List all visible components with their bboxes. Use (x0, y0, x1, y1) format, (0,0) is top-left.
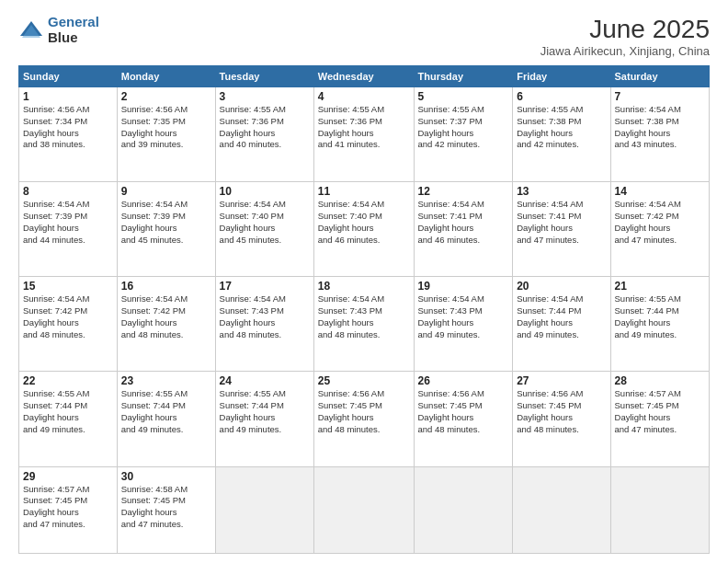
calendar-day-cell (610, 466, 709, 554)
day-info: Sunrise: 4:54 AM Sunset: 7:38 PM Dayligh… (615, 104, 705, 151)
day-number: 8 (23, 185, 113, 198)
calendar-week-row: 1 Sunrise: 4:56 AM Sunset: 7:34 PM Dayli… (19, 87, 710, 182)
calendar-day-cell: 9 Sunrise: 4:54 AM Sunset: 7:39 PM Dayli… (117, 182, 215, 277)
day-number: 10 (220, 185, 310, 198)
calendar-day-cell (513, 466, 610, 554)
calendar-day-cell: 27 Sunrise: 4:56 AM Sunset: 7:45 PM Dayl… (513, 372, 610, 466)
calendar-day-cell: 23 Sunrise: 4:55 AM Sunset: 7:44 PM Dayl… (117, 372, 215, 466)
day-number: 14 (615, 185, 705, 198)
location-subtitle: Jiawa Airikecun, Xinjiang, China (540, 44, 710, 58)
day-info: Sunrise: 4:56 AM Sunset: 7:35 PM Dayligh… (121, 104, 211, 151)
day-number: 28 (615, 374, 705, 387)
calendar-day-cell: 16 Sunrise: 4:54 AM Sunset: 7:42 PM Dayl… (117, 277, 215, 372)
day-info: Sunrise: 4:54 AM Sunset: 7:41 PM Dayligh… (418, 199, 509, 246)
calendar-day-cell: 18 Sunrise: 4:54 AM Sunset: 7:43 PM Dayl… (313, 277, 414, 372)
day-info: Sunrise: 4:54 AM Sunset: 7:39 PM Dayligh… (23, 199, 113, 246)
day-info: Sunrise: 4:55 AM Sunset: 7:44 PM Dayligh… (23, 388, 113, 435)
day-number: 11 (318, 185, 410, 198)
calendar-day-cell: 25 Sunrise: 4:56 AM Sunset: 7:45 PM Dayl… (313, 372, 414, 466)
calendar-day-cell: 24 Sunrise: 4:55 AM Sunset: 7:44 PM Dayl… (215, 372, 313, 466)
calendar-day-cell (313, 466, 414, 554)
calendar-table: SundayMondayTuesdayWednesdayThursdayFrid… (18, 65, 710, 554)
calendar-day-cell: 30 Sunrise: 4:58 AM Sunset: 7:45 PM Dayl… (117, 466, 215, 554)
calendar-day-cell: 11 Sunrise: 4:54 AM Sunset: 7:40 PM Dayl… (313, 182, 414, 277)
day-info: Sunrise: 4:54 AM Sunset: 7:43 PM Dayligh… (220, 293, 310, 340)
calendar-day-cell: 13 Sunrise: 4:54 AM Sunset: 7:41 PM Dayl… (513, 182, 610, 277)
calendar-week-row: 29 Sunrise: 4:57 AM Sunset: 7:45 PM Dayl… (19, 466, 710, 554)
calendar-day-cell: 10 Sunrise: 4:54 AM Sunset: 7:40 PM Dayl… (215, 182, 313, 277)
day-info: Sunrise: 4:57 AM Sunset: 7:45 PM Dayligh… (23, 484, 113, 531)
calendar-week-row: 8 Sunrise: 4:54 AM Sunset: 7:39 PM Dayli… (19, 182, 710, 277)
day-info: Sunrise: 4:54 AM Sunset: 7:41 PM Dayligh… (517, 199, 606, 246)
calendar-day-cell: 28 Sunrise: 4:57 AM Sunset: 7:45 PM Dayl… (610, 372, 709, 466)
day-number: 25 (318, 374, 410, 387)
calendar-week-row: 15 Sunrise: 4:54 AM Sunset: 7:42 PM Dayl… (19, 277, 710, 372)
calendar-day-cell: 3 Sunrise: 4:55 AM Sunset: 7:36 PM Dayli… (215, 87, 313, 182)
logo-text: General Blue (48, 15, 99, 45)
day-info: Sunrise: 4:55 AM Sunset: 7:44 PM Dayligh… (220, 388, 310, 435)
day-number: 17 (220, 280, 310, 293)
page: General Blue June 2025 Jiawa Airikecun, … (0, 0, 728, 563)
weekday-header: Sunday (19, 66, 118, 87)
logo: General Blue (18, 15, 99, 45)
weekday-header: Monday (117, 66, 215, 87)
day-info: Sunrise: 4:54 AM Sunset: 7:42 PM Dayligh… (121, 293, 211, 340)
day-number: 7 (615, 90, 705, 103)
day-info: Sunrise: 4:55 AM Sunset: 7:37 PM Dayligh… (418, 104, 509, 151)
calendar-day-cell: 1 Sunrise: 4:56 AM Sunset: 7:34 PM Dayli… (19, 87, 118, 182)
day-number: 20 (517, 280, 606, 293)
day-number: 9 (121, 185, 211, 198)
calendar-day-cell: 4 Sunrise: 4:55 AM Sunset: 7:36 PM Dayli… (313, 87, 414, 182)
calendar-day-cell: 8 Sunrise: 4:54 AM Sunset: 7:39 PM Dayli… (19, 182, 118, 277)
calendar-day-cell: 6 Sunrise: 4:55 AM Sunset: 7:38 PM Dayli… (513, 87, 610, 182)
day-info: Sunrise: 4:57 AM Sunset: 7:45 PM Dayligh… (615, 388, 705, 435)
day-info: Sunrise: 4:58 AM Sunset: 7:45 PM Dayligh… (121, 484, 211, 531)
calendar-day-cell: 19 Sunrise: 4:54 AM Sunset: 7:43 PM Dayl… (414, 277, 513, 372)
calendar-day-cell: 29 Sunrise: 4:57 AM Sunset: 7:45 PM Dayl… (19, 466, 118, 554)
calendar-header-row: SundayMondayTuesdayWednesdayThursdayFrid… (19, 66, 710, 87)
calendar-day-cell: 14 Sunrise: 4:54 AM Sunset: 7:42 PM Dayl… (610, 182, 709, 277)
day-number: 21 (615, 280, 705, 293)
weekday-header: Friday (513, 66, 610, 87)
day-number: 13 (517, 185, 606, 198)
calendar-day-cell: 21 Sunrise: 4:55 AM Sunset: 7:44 PM Dayl… (610, 277, 709, 372)
calendar-week-row: 22 Sunrise: 4:55 AM Sunset: 7:44 PM Dayl… (19, 372, 710, 466)
day-number: 22 (23, 374, 113, 387)
calendar-day-cell: 20 Sunrise: 4:54 AM Sunset: 7:44 PM Dayl… (513, 277, 610, 372)
day-number: 2 (121, 90, 211, 103)
day-info: Sunrise: 4:55 AM Sunset: 7:44 PM Dayligh… (615, 293, 705, 340)
calendar-day-cell: 17 Sunrise: 4:54 AM Sunset: 7:43 PM Dayl… (215, 277, 313, 372)
weekday-header: Tuesday (215, 66, 313, 87)
day-number: 15 (23, 280, 113, 293)
day-number: 5 (418, 90, 509, 103)
day-info: Sunrise: 4:55 AM Sunset: 7:36 PM Dayligh… (318, 104, 410, 151)
weekday-header: Wednesday (313, 66, 414, 87)
day-number: 12 (418, 185, 509, 198)
day-info: Sunrise: 4:54 AM Sunset: 7:42 PM Dayligh… (23, 293, 113, 340)
calendar-day-cell: 15 Sunrise: 4:54 AM Sunset: 7:42 PM Dayl… (19, 277, 118, 372)
day-number: 1 (23, 90, 113, 103)
day-number: 6 (517, 90, 606, 103)
day-number: 30 (121, 470, 211, 483)
day-info: Sunrise: 4:56 AM Sunset: 7:34 PM Dayligh… (23, 104, 113, 151)
day-number: 27 (517, 374, 606, 387)
day-number: 3 (220, 90, 310, 103)
day-info: Sunrise: 4:56 AM Sunset: 7:45 PM Dayligh… (318, 388, 410, 435)
weekday-header: Saturday (610, 66, 709, 87)
day-info: Sunrise: 4:54 AM Sunset: 7:40 PM Dayligh… (318, 199, 410, 246)
day-info: Sunrise: 4:54 AM Sunset: 7:43 PM Dayligh… (318, 293, 410, 340)
day-number: 26 (418, 374, 509, 387)
day-info: Sunrise: 4:55 AM Sunset: 7:38 PM Dayligh… (517, 104, 606, 151)
header: General Blue June 2025 Jiawa Airikecun, … (18, 15, 710, 58)
day-number: 29 (23, 470, 113, 483)
calendar-day-cell: 26 Sunrise: 4:56 AM Sunset: 7:45 PM Dayl… (414, 372, 513, 466)
day-number: 19 (418, 280, 509, 293)
logo-icon (18, 17, 44, 43)
day-info: Sunrise: 4:54 AM Sunset: 7:43 PM Dayligh… (418, 293, 509, 340)
calendar-day-cell (414, 466, 513, 554)
day-info: Sunrise: 4:54 AM Sunset: 7:40 PM Dayligh… (220, 199, 310, 246)
day-info: Sunrise: 4:56 AM Sunset: 7:45 PM Dayligh… (418, 388, 509, 435)
day-info: Sunrise: 4:54 AM Sunset: 7:39 PM Dayligh… (121, 199, 211, 246)
month-title: June 2025 (540, 15, 710, 44)
day-number: 16 (121, 280, 211, 293)
